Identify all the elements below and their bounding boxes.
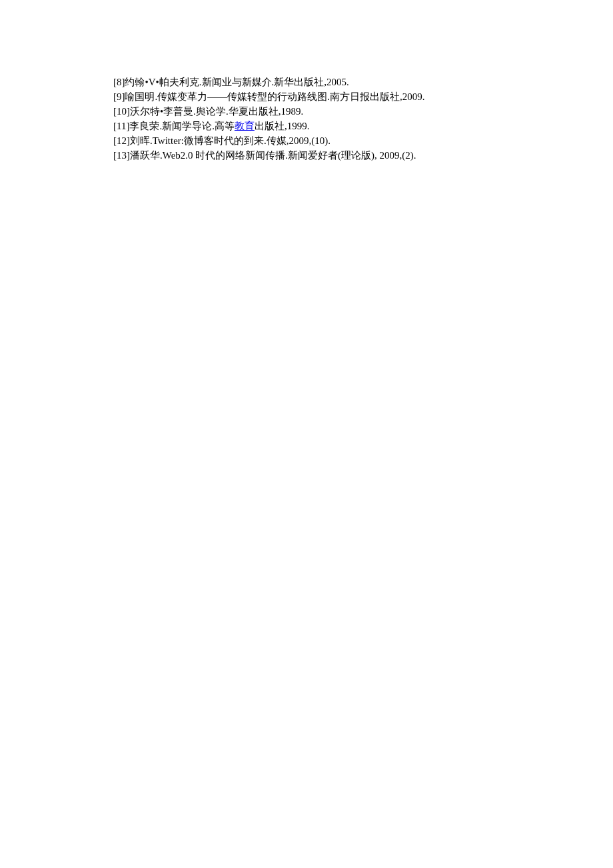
- reference-item: [10]沃尔特•李普曼.舆论学.华夏出版社,1989.: [113, 104, 520, 119]
- reference-item: [12]刘晖.Twitter:微博客时代的到来.传媒,2009,(10).: [113, 133, 520, 148]
- reference-text: [13]潘跃华.Web2.0 时代的网络新闻传播.新闻爱好者(理论版), 200…: [113, 150, 416, 161]
- reference-text: [12]刘晖.Twitter:微博客时代的到来.传媒,2009,(10).: [113, 135, 330, 146]
- reference-text: 出版社,1999.: [255, 121, 310, 131]
- education-link[interactable]: 教育: [235, 121, 255, 131]
- reference-text: [11]李良荣.新闻学导论.高等: [113, 121, 235, 131]
- reference-item: [13]潘跃华.Web2.0 时代的网络新闻传播.新闻爱好者(理论版), 200…: [113, 148, 520, 163]
- reference-item: [8]约翰•V•帕夫利克.新闻业与新媒介.新华出版社,2005.: [113, 75, 520, 89]
- reference-item: [11]李良荣.新闻学导论.高等教育出版社,1999.: [113, 119, 520, 133]
- reference-text: [10]沃尔特•李普曼.舆论学.华夏出版社,1989.: [113, 106, 303, 117]
- reference-text: [9]喻国明.传媒变革力——传媒转型的行动路线图.南方日报出版社,2009.: [113, 91, 425, 102]
- reference-item: [9]喻国明.传媒变革力——传媒转型的行动路线图.南方日报出版社,2009.: [113, 89, 520, 104]
- reference-text: [8]约翰•V•帕夫利克.新闻业与新媒介.新华出版社,2005.: [113, 77, 349, 87]
- references-block: [8]约翰•V•帕夫利克.新闻业与新媒介.新华出版社,2005. [9]喻国明.…: [113, 75, 520, 163]
